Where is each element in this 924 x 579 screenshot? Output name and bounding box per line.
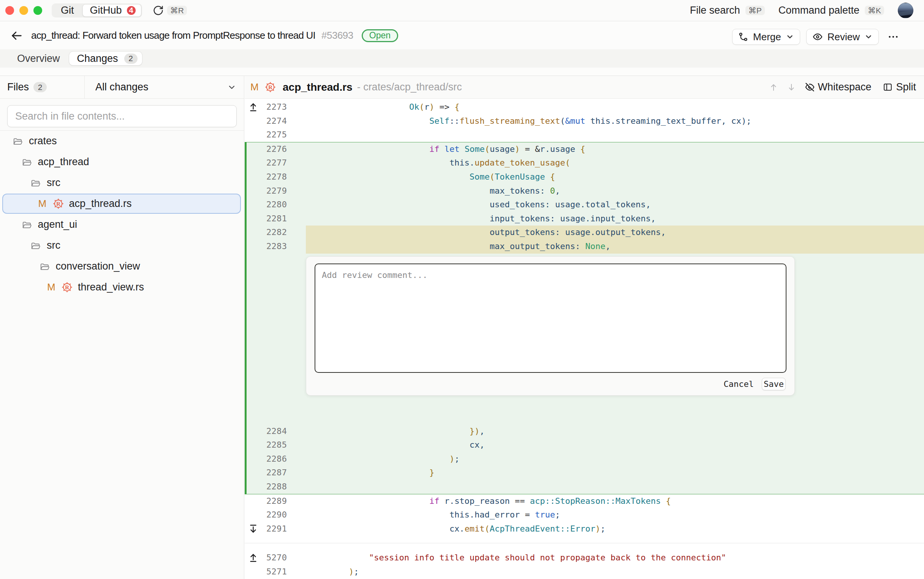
tree-item-label: acp_thread bbox=[38, 156, 89, 168]
file-status-modified: M bbox=[38, 198, 45, 209]
code-line-5271[interactable]: 5271 ); bbox=[245, 565, 924, 579]
code-line-5270[interactable]: 5270 "session info title update should n… bbox=[245, 551, 924, 565]
review-button-label: Review bbox=[827, 31, 860, 43]
code-line-2280[interactable]: 2280 used_tokens: usage.total_tokens, bbox=[245, 198, 924, 212]
code-line-2288[interactable]: 2288 bbox=[245, 480, 924, 494]
line-number: 2277 bbox=[245, 156, 306, 170]
code-line-2285[interactable]: 2285 cx, bbox=[245, 438, 924, 452]
avatar[interactable] bbox=[898, 3, 913, 18]
zoom-window-button[interactable] bbox=[33, 6, 42, 15]
tab-github-label: GitHub bbox=[90, 5, 122, 16]
review-comment-input[interactable]: Add review comment... bbox=[315, 263, 786, 373]
code-line-2274[interactable]: 2274 Self::flush_streaming_text(&mut thi… bbox=[245, 114, 924, 128]
chevron-down-icon bbox=[786, 33, 794, 41]
tab-overview[interactable]: Overview bbox=[17, 53, 60, 65]
tree-file-acp_thread.rs[interactable]: M R acp_thread.rs bbox=[0, 193, 244, 214]
code-text: "session info title update should not pr… bbox=[306, 551, 924, 565]
chevron-down-icon bbox=[864, 33, 873, 41]
code-text: cx, bbox=[306, 438, 924, 452]
code-line-2290[interactable]: 2290 this.had_error = true; bbox=[245, 508, 924, 522]
tab-github[interactable]: GitHub 4 bbox=[82, 4, 141, 17]
tree-folder-acp_thread[interactable]: acp_thread bbox=[0, 152, 244, 172]
code-line-2277[interactable]: 2277 this.update_token_usage( bbox=[245, 156, 924, 170]
files-label: Files bbox=[7, 81, 29, 93]
prev-hunk-button[interactable] bbox=[770, 83, 777, 91]
code-text bbox=[306, 480, 924, 494]
save-button[interactable]: Save bbox=[762, 378, 786, 390]
sidebar: Files 2 All changes Search in file conte… bbox=[0, 76, 244, 579]
code-line-2289[interactable]: 2289 if r.stop_reason == acp::StopReason… bbox=[245, 494, 924, 509]
hunk-separator bbox=[245, 536, 924, 551]
titlebar: Git GitHub 4 ⌘R File search ⌘P Command p… bbox=[0, 0, 924, 21]
code-line-2273[interactable]: 2273 Ok(r) => { bbox=[245, 100, 924, 114]
tab-git[interactable]: Git bbox=[52, 4, 82, 17]
expand-up-icon[interactable] bbox=[249, 553, 257, 563]
files-header: Files 2 bbox=[0, 76, 85, 98]
ellipsis-icon bbox=[887, 31, 899, 43]
tree-item-label: src bbox=[47, 240, 61, 251]
code-line-2283[interactable]: 2283 max_output_tokens: None, bbox=[245, 240, 924, 254]
pr-header: acp_thread: Forward token usage from Pro… bbox=[0, 22, 924, 49]
line-number: 5271 bbox=[245, 565, 306, 579]
tree-folder-src[interactable]: src bbox=[0, 172, 244, 193]
folder-icon bbox=[29, 240, 42, 251]
file-search-button[interactable]: File search ⌘P bbox=[690, 5, 765, 16]
line-number: 2279 bbox=[245, 184, 306, 198]
code-line-2284[interactable]: 2284 }), bbox=[245, 424, 924, 438]
tree-file-thread_view.rs[interactable]: M R thread_view.rs bbox=[0, 277, 244, 298]
tree-folder-crates[interactable]: crates bbox=[0, 131, 244, 152]
tree-folder-agent_ui[interactable]: agent_ui bbox=[0, 214, 244, 235]
line-number: 2288 bbox=[245, 480, 306, 494]
tree-item-label: agent_ui bbox=[38, 219, 77, 231]
code-text: }), bbox=[306, 424, 924, 438]
git-merge-icon bbox=[738, 32, 749, 42]
code-line-2278[interactable]: 2278 Some(TokenUsage { bbox=[245, 170, 924, 184]
more-menu-button[interactable] bbox=[885, 29, 901, 45]
arrow-up-icon bbox=[770, 83, 777, 91]
pr-tabs: Overview Changes 2 bbox=[0, 49, 924, 67]
review-comment-block: Add review comment...CancelSave bbox=[245, 254, 924, 424]
line-number: 2284 bbox=[245, 424, 306, 438]
tab-changes-label: Changes bbox=[77, 53, 118, 65]
folder-icon bbox=[11, 136, 24, 147]
code-text: this.had_error = true; bbox=[306, 508, 924, 522]
code-text: max_tokens: 0, bbox=[306, 184, 924, 198]
expand-up-icon[interactable] bbox=[249, 102, 257, 112]
command-palette-button[interactable]: Command palette ⌘K bbox=[778, 5, 884, 16]
code-text: max_output_tokens: None, bbox=[306, 240, 924, 254]
whitespace-toggle[interactable]: Whitespace bbox=[805, 81, 871, 93]
tree-folder-src[interactable]: src bbox=[0, 235, 244, 256]
minimize-window-button[interactable] bbox=[20, 6, 28, 15]
tab-changes[interactable]: Changes 2 bbox=[69, 52, 142, 65]
files-count-badge: 2 bbox=[33, 82, 47, 92]
next-hunk-button[interactable] bbox=[788, 83, 795, 91]
line-number: 2286 bbox=[245, 452, 306, 466]
split-toggle[interactable]: Split bbox=[883, 81, 916, 93]
traffic-lights bbox=[5, 6, 42, 15]
split-view-icon bbox=[883, 82, 893, 92]
close-window-button[interactable] bbox=[5, 6, 14, 15]
code-line-2276[interactable]: 2276 if let Some(usage) = &r.usage { bbox=[245, 142, 924, 156]
merge-button-label: Merge bbox=[753, 31, 781, 43]
merge-button[interactable]: Merge bbox=[732, 29, 800, 45]
code-line-2282[interactable]: 2282 output_tokens: usage.output_tokens, bbox=[245, 226, 924, 240]
code-line-2286[interactable]: 2286 ); bbox=[245, 452, 924, 466]
expand-down-icon[interactable] bbox=[249, 524, 257, 534]
whitespace-label: Whitespace bbox=[818, 81, 871, 93]
code-line-2287[interactable]: 2287 } bbox=[245, 466, 924, 480]
code-line-2279[interactable]: 2279 max_tokens: 0, bbox=[245, 184, 924, 198]
back-button[interactable] bbox=[9, 28, 24, 43]
review-button[interactable]: Review bbox=[806, 29, 879, 45]
code-line-2291[interactable]: 2291 cx.emit(AcpThreadEvent::Error); bbox=[245, 522, 924, 536]
changes-filter-dropdown[interactable]: All changes bbox=[85, 76, 244, 98]
split-label: Split bbox=[896, 81, 916, 93]
line-number: 2283 bbox=[245, 240, 306, 254]
refresh-icon[interactable] bbox=[153, 5, 164, 16]
cancel-button[interactable]: Cancel bbox=[724, 379, 754, 389]
code-text: output_tokens: usage.output_tokens, bbox=[306, 226, 924, 240]
code-line-2275[interactable]: 2275 bbox=[245, 128, 924, 142]
tree-folder-conversation_view[interactable]: conversation_view bbox=[0, 256, 244, 277]
rust-file-icon: R bbox=[52, 198, 64, 209]
search-input[interactable]: Search in file contents... bbox=[7, 105, 237, 127]
code-line-2281[interactable]: 2281 input_tokens: usage.input_tokens, bbox=[245, 212, 924, 226]
